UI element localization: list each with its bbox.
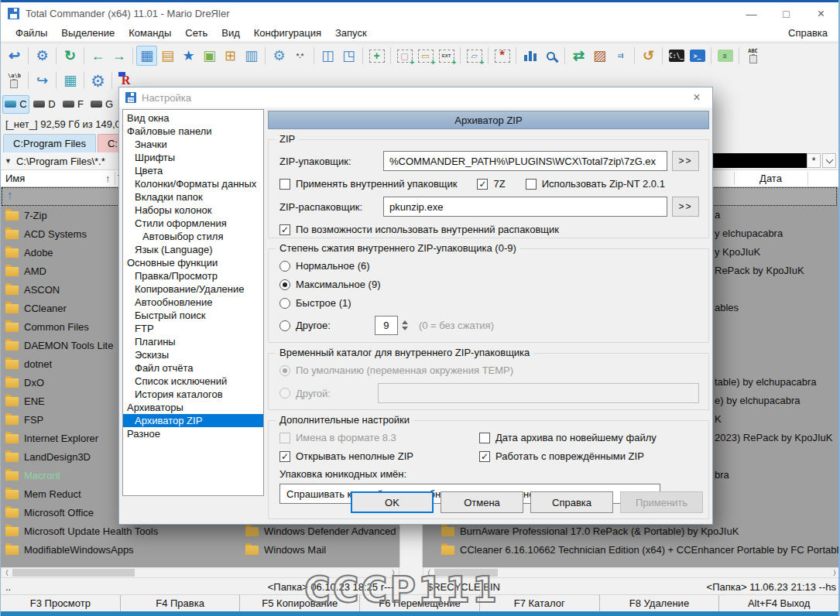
tree-item-язык-language-[interactable]: Язык (Language) — [123, 243, 263, 256]
drive-f-button[interactable]: F — [60, 95, 87, 114]
fkey-alt-f4[interactable]: Alt+F4 Выход — [718, 595, 838, 611]
two-panel-view-icon[interactable]: ◫ — [317, 46, 338, 66]
control-panel-icon[interactable]: ▦ — [60, 70, 81, 91]
archive-date-checkbox[interactable]: Дата архива по новейшему файлу — [479, 432, 657, 443]
справка-button[interactable]: Справка — [530, 491, 613, 513]
history-forward-icon[interactable]: → — [108, 46, 129, 66]
drive-c-button[interactable]: C — [2, 95, 29, 114]
tree-item-стили-оформления[interactable]: Стили оформления — [123, 217, 263, 230]
tree-item-вид-окна[interactable]: Вид окна — [123, 111, 263, 125]
compression-max-radio[interactable]: Максимальное (9) — [279, 279, 380, 290]
compression-level-input[interactable]: 9 — [375, 316, 398, 335]
clipboard-ab-icon[interactable]: \a\b — [4, 70, 25, 91]
tree-item-ftp[interactable]: FTP — [123, 322, 263, 335]
settings-tree[interactable]: Вид окнаФайловые панелиЗначкиШрифтыЦвета… — [122, 109, 264, 496]
tree-item-наборы-колонок[interactable]: Наборы колонок — [123, 204, 263, 217]
back-arrow-icon[interactable]: ↩ — [4, 46, 25, 66]
compression-other-radio[interactable]: Другое: — [279, 320, 331, 331]
tree-item-цвета[interactable]: Цвета — [123, 164, 263, 177]
list-view-icon[interactable]: ▤ — [157, 46, 178, 66]
select-expand-icon[interactable]: + — [366, 46, 387, 66]
history-button[interactable]: * — [807, 153, 821, 168]
spell-check-icon[interactable]: ABC — [742, 46, 763, 66]
menu-запуск[interactable]: Запуск — [328, 27, 374, 39]
zip-unpacker-browse-button[interactable]: >> — [672, 197, 699, 217]
tree-item-значки[interactable]: Значки — [123, 138, 263, 151]
select-files-icon[interactable]: ▢+ — [394, 46, 415, 66]
tree-item-архиватор-zip[interactable]: Архиватор ZIP — [123, 414, 263, 427]
tree-item-автовыбор-стиля[interactable]: Автовыбор стиля — [123, 230, 263, 243]
filter-gear-icon[interactable]: ⚙ — [269, 46, 290, 66]
menu-выделение[interactable]: Выделение — [54, 27, 122, 39]
fkey-f3[interactable]: F3 Просмотр — [1, 595, 120, 611]
favorites-star-icon[interactable]: ★ — [178, 46, 199, 66]
menu-конфигурация[interactable]: Конфигурация — [247, 27, 328, 39]
tree-item-файл-отчёта[interactable]: Файл отчёта — [123, 361, 263, 375]
details-view-icon[interactable]: ▥ — [241, 46, 262, 66]
settings-gear-icon[interactable]: ⚙ — [87, 70, 108, 91]
powershell-icon[interactable]: ≻_ — [687, 46, 708, 66]
notepad-icon[interactable]: ≡ — [715, 46, 735, 66]
thumbnails-view-icon[interactable]: ▦ — [136, 46, 157, 66]
image-view-icon[interactable]: ▣ — [199, 46, 220, 66]
tree-item-автообновление[interactable]: Автообновление — [123, 296, 263, 309]
spinner-arrows[interactable] — [402, 320, 408, 330]
tree-item-колонки-форматы-данных[interactable]: Колонки/Форматы данных — [123, 177, 263, 190]
fkey-f4[interactable]: F4 Правка — [120, 595, 240, 611]
date-column-header[interactable]: Дата — [734, 173, 807, 184]
tree-item-история-каталогов[interactable]: История каталогов — [123, 388, 263, 401]
menu-сеть[interactable]: Сеть — [178, 27, 214, 39]
tree-item-правка-просмотр[interactable]: Правка/Просмотр — [123, 269, 263, 282]
damaged-zip-checkbox[interactable]: ✓ Работать с повреждёнными ZIP — [479, 450, 644, 462]
tree-item-вкладки-папок[interactable]: Вкладки папок — [123, 190, 263, 204]
path-menu-icon[interactable]: ▼ — [5, 157, 12, 165]
history-back-icon[interactable]: ← — [87, 46, 108, 66]
sync-dirs-icon[interactable]: ↺ — [638, 46, 659, 66]
search-icon[interactable] — [540, 46, 561, 66]
invert-selection-icon[interactable]: * — [492, 46, 513, 66]
ok-button[interactable]: OK — [351, 491, 434, 513]
compression-fast-radio[interactable]: Быстрое (1) — [279, 297, 351, 309]
отмена-button[interactable]: Отмена — [441, 491, 523, 513]
menu-команды[interactable]: Команды — [122, 27, 178, 39]
zip-packer-input[interactable]: %COMMANDER_PATH%\PLUGINS\WCX\Total7zip\7… — [383, 151, 667, 171]
file-row[interactable]: CCleaner 6.16.10662 Technician Edition (… — [437, 540, 840, 559]
select-extension-icon[interactable]: EXT+ — [436, 46, 457, 66]
copy-selection-icon[interactable]: ▱+ — [464, 46, 485, 66]
fkey-f8[interactable]: F8 Удаление — [599, 595, 719, 611]
sync-compare-icon[interactable]: ⇄ — [568, 46, 589, 66]
tree-item-быстрый-поиск[interactable]: Быстрый поиск — [123, 309, 263, 322]
tree-item-список-исключений[interactable]: Список исключений — [123, 375, 263, 388]
tree-item-эскизы[interactable]: Эскизы — [123, 348, 263, 361]
name-column-header[interactable]: Имя — [5, 173, 25, 184]
dialog-titlebar[interactable]: Настройка × — [119, 87, 712, 108]
zip-packer-browse-button[interactable]: >> — [672, 151, 699, 171]
tree-item-разное[interactable]: Разное — [123, 427, 263, 440]
tree-item-архиваторы[interactable]: Архиваторы — [123, 401, 263, 414]
filter-mask-icon[interactable]: *.* — [290, 46, 310, 66]
disk-usage-chart-icon[interactable] — [519, 46, 540, 66]
compare-contents-icon[interactable]: ▨ — [589, 46, 610, 66]
select-folders-icon[interactable]: ▭+ — [415, 46, 436, 66]
compression-normal-radio[interactable]: Нормальное (6) — [279, 260, 370, 272]
file-row[interactable]: Windows Mail — [241, 540, 399, 559]
7z-checkbox[interactable]: ✓ 7Z — [477, 178, 505, 190]
close-button[interactable]: × — [804, 2, 838, 25]
tree-item-копирование-удаление[interactable]: Копирование/Удаление — [123, 282, 263, 296]
tree-item-плагины[interactable]: Плагины — [123, 335, 263, 348]
tree-item-файловые-панели[interactable]: Файловые панели — [123, 125, 263, 138]
folder-tree-icon[interactable]: ⊞ — [220, 46, 241, 66]
menu-help[interactable]: Справка — [781, 27, 838, 39]
zip-nt-checkbox[interactable]: Использовать Zip-NT 2.0.1 — [526, 178, 665, 190]
shortcut-icon[interactable]: ↪ — [32, 70, 53, 91]
configure-panels-icon[interactable]: ⚙ — [32, 46, 53, 66]
drive-g-button[interactable]: G — [88, 95, 115, 114]
titlebar[interactable]: Total Commander (x64) 11.01 - Mario DreЯ… — [1, 2, 838, 25]
maximize-button[interactable]: □ — [769, 2, 804, 25]
open-partial-zip-checkbox[interactable]: ✓ Открывать неполные ZIP — [279, 450, 479, 462]
refresh-icon[interactable]: ↻ — [60, 46, 81, 66]
file-row[interactable]: ModifiableWindowsApps — [1, 540, 239, 559]
menu-вид[interactable]: Вид — [214, 27, 247, 39]
multi-rename-icon[interactable]: ≡I — [610, 46, 631, 66]
drive-d-button[interactable]: D — [31, 95, 58, 114]
